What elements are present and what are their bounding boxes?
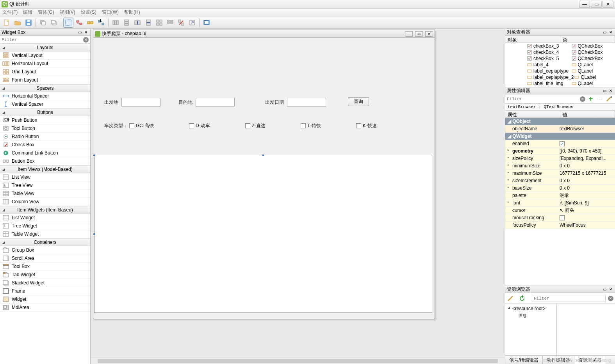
menu-help[interactable]: 帮助(H) (124, 9, 140, 16)
checkbox-d[interactable]: D-动车 (189, 123, 210, 129)
property-value[interactable]: 0 x 0 (558, 178, 615, 183)
property-row[interactable]: fontA [SimSun, 9] (505, 199, 615, 207)
input-depart[interactable] (121, 98, 160, 107)
clear-filter-icon[interactable]: ✕ (580, 96, 585, 102)
obj-col-object[interactable]: 对象 (505, 36, 560, 43)
layout-hsplit-button[interactable] (132, 18, 143, 28)
property-row[interactable]: sizeIncrement0 x 0 (505, 177, 615, 185)
textbrowser-widget[interactable] (94, 155, 432, 313)
tab-action-editor[interactable]: 动作编辑器 (543, 356, 574, 364)
resource-root-node[interactable]: <resource root> (507, 305, 555, 312)
layout-grid-button[interactable] (154, 18, 164, 28)
property-group[interactable]: ◢ QWidget (505, 133, 615, 140)
property-filter-input[interactable] (507, 97, 578, 101)
menu-form[interactable]: 窗体(O) (38, 9, 54, 16)
edit-resources-icon[interactable] (507, 294, 515, 303)
widget-box-filter[interactable]: ✕ (0, 36, 90, 44)
form-canvas[interactable]: 出发地 目的地 出发日期 查询 车次类型： (93, 38, 435, 319)
property-row[interactable]: geometry[(0, 340), 970 x 450] (505, 147, 615, 155)
close-panel-icon[interactable]: ✕ (608, 30, 613, 35)
property-row[interactable]: sizePolicy[Expanding, Expandi... (505, 155, 615, 162)
layout-vsplit-button[interactable] (143, 18, 153, 28)
widget-category[interactable]: Item Views (Model-Based) (0, 165, 90, 173)
widget-item[interactable]: List Widget (0, 214, 90, 222)
widget-item[interactable]: MdiArea (0, 304, 90, 312)
clear-filter-icon[interactable]: ✕ (83, 37, 89, 43)
widget-item[interactable]: Tab Widget (0, 271, 90, 279)
resource-filter-input[interactable] (532, 295, 606, 302)
property-row[interactable]: focusPolicyWheelFocus (505, 222, 615, 229)
widget-item[interactable]: Form Layout (0, 76, 90, 84)
widget-item[interactable]: Tool Box (0, 263, 90, 271)
tab-resource-browser[interactable]: 资源浏览器 (574, 356, 606, 364)
widget-category[interactable]: Containers (0, 238, 90, 246)
reload-resources-icon[interactable] (518, 294, 526, 303)
resource-tree[interactable]: <resource root> png (505, 304, 557, 355)
widget-item[interactable]: Widget (0, 295, 90, 304)
property-row[interactable]: maximumSize16777215 x 16777215 (505, 170, 615, 177)
input-dest[interactable] (196, 98, 235, 107)
property-value[interactable]: WheelFocus (558, 222, 615, 228)
minimize-button[interactable]: — (579, 1, 590, 8)
object-row[interactable]: label_4QLabel (505, 62, 615, 68)
menu-view[interactable]: 视图(V) (60, 9, 75, 16)
widget-item[interactable]: OKPush Button (0, 116, 90, 124)
widget-item[interactable]: Tool Button (0, 124, 90, 133)
mdi-min-button[interactable]: — (405, 31, 413, 37)
property-row[interactable]: objectNametextBrowser (505, 125, 615, 133)
widget-item[interactable]: Group Box (0, 246, 90, 254)
bring-front-button[interactable] (49, 18, 59, 28)
property-row[interactable]: palette继承 (505, 192, 615, 199)
property-value[interactable]: [(0, 340), 970 x 450] (558, 148, 615, 154)
open-file-button[interactable] (12, 18, 23, 28)
property-value[interactable]: ✓ (558, 141, 615, 146)
widget-category[interactable]: Buttons (0, 108, 90, 116)
property-value[interactable]: 0 x 0 (558, 185, 615, 191)
query-button[interactable]: 查询 (348, 97, 369, 106)
layout-horizontal-button[interactable] (111, 18, 121, 28)
widget-item[interactable]: List View (0, 173, 90, 181)
undock-icon[interactable]: ▭ (77, 30, 82, 35)
mdi-max-button[interactable]: ▭ (415, 31, 423, 37)
widget-item[interactable]: Frame (0, 287, 90, 295)
widget-category[interactable]: Layouts (0, 44, 90, 51)
save-button[interactable] (23, 18, 34, 28)
close-panel-icon[interactable]: ✕ (83, 30, 89, 35)
widget-category[interactable]: Spacers (0, 84, 90, 92)
object-row[interactable]: checkBox_3QCheckBox (505, 43, 615, 49)
property-list[interactable]: ◢ QObjectobjectNametextBrowser◢ QWidgete… (505, 118, 615, 286)
undock-icon[interactable]: ▭ (602, 30, 607, 35)
widget-list[interactable]: LayoutsVertical LayoutHorizontal LayoutG… (0, 44, 90, 364)
input-date[interactable] (287, 98, 326, 107)
widget-item[interactable]: Horizontal Spacer (0, 92, 90, 100)
widget-item[interactable]: Tree View (0, 181, 90, 190)
remove-property-icon[interactable]: − (596, 95, 604, 103)
undock-icon[interactable]: ▭ (602, 88, 607, 94)
checkbox-k[interactable]: K-快速 (356, 123, 377, 129)
widget-item[interactable]: Stacked Widget (0, 279, 90, 287)
edit-buddies-button[interactable] (85, 18, 95, 28)
property-value[interactable]: textBrowser (558, 126, 615, 131)
menu-window[interactable]: 窗口(W) (102, 9, 119, 16)
property-row[interactable]: enabled✓ (505, 140, 615, 147)
widget-item[interactable]: Table View (0, 190, 90, 198)
close-button[interactable]: ✕ (603, 1, 613, 8)
widget-item[interactable]: Check Box (0, 141, 90, 149)
widget-item[interactable]: Grid Layout (0, 68, 90, 76)
property-value[interactable]: 0 x 0 (558, 163, 615, 169)
checkbox-t[interactable]: T-特快 (301, 123, 321, 129)
checkbox-gc[interactable]: GC-高铁 (129, 123, 154, 129)
undock-icon[interactable]: ▭ (602, 287, 607, 292)
property-value[interactable]: [Expanding, Expandi... (558, 156, 615, 161)
property-row[interactable]: minimumSize0 x 0 (505, 162, 615, 170)
widget-item[interactable]: Tree Widget (0, 222, 90, 230)
property-row[interactable]: baseSize0 x 0 (505, 185, 615, 192)
widget-item[interactable]: Column View (0, 198, 90, 206)
widget-item[interactable]: Vertical Layout (0, 51, 90, 60)
menu-settings[interactable]: 设置(S) (81, 9, 96, 16)
property-value[interactable]: ↖ 箭头 (558, 207, 615, 214)
adjust-size-button[interactable] (187, 18, 197, 28)
break-layout-button[interactable] (176, 18, 186, 28)
property-value[interactable]: A [SimSun, 9] (558, 200, 615, 206)
property-value[interactable] (558, 215, 615, 220)
